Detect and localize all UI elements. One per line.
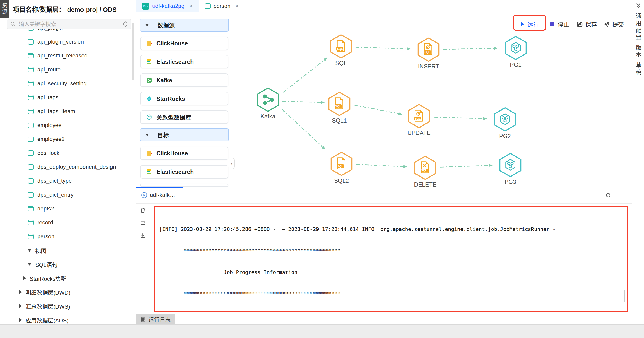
table-label: dps_deploy_component_design xyxy=(37,164,116,170)
canvas-node-pg1[interactable] xyxy=(504,35,527,60)
tree-layer-ads[interactable]: 应用数据层(ADS) xyxy=(0,313,136,324)
node-label: PG1 xyxy=(500,61,532,68)
stop-label: 停止 xyxy=(558,20,569,28)
table-icon xyxy=(28,123,34,128)
run-log-tab-label: 运行日志 xyxy=(148,315,171,324)
close-icon[interactable]: × xyxy=(189,2,192,10)
tree-layer-dws[interactable]: 汇总数据层(DWS) xyxy=(0,299,136,313)
palette-item-clickhouse[interactable]: ClickHouse xyxy=(140,37,228,50)
table-row-partial[interactable]: api_plugin xyxy=(0,29,136,35)
node-label: PG3 xyxy=(494,179,526,185)
table-row[interactable]: employee xyxy=(0,118,136,132)
node-label: SQL xyxy=(325,60,357,66)
table-row[interactable]: record xyxy=(0,216,136,230)
collapse-double-chevron-icon[interactable] xyxy=(634,3,642,9)
annotation-log-highlight: [INFO] 2023-08-29 17:20:45.286 +0800 - →… xyxy=(154,206,628,312)
table-row[interactable]: employee2 xyxy=(0,132,136,146)
table-row[interactable]: api_tags xyxy=(0,90,136,104)
palette-item-target-elasticsearch[interactable]: Elasticsearch xyxy=(140,165,228,179)
tab-label: udf-kafka2pg xyxy=(152,3,184,9)
close-icon[interactable]: × xyxy=(235,2,238,10)
table-row[interactable]: dps_deploy_component_design xyxy=(0,160,136,174)
table-label: api_route xyxy=(37,66,60,73)
play-icon xyxy=(519,21,525,27)
run-log-tab[interactable]: 运行日志 xyxy=(136,314,175,325)
table-row[interactable]: api_tags_iteam xyxy=(0,104,136,118)
caret-down-icon xyxy=(145,24,149,26)
sql-hexagon-icon xyxy=(330,151,353,176)
log-line: Job Progress Information xyxy=(159,269,627,276)
palette-item-kafka[interactable]: Kafka xyxy=(140,73,228,87)
submit-button[interactable]: 提交 xyxy=(604,20,624,28)
table-row[interactable]: api_security_setting xyxy=(0,76,136,90)
palette-item-partial[interactable] xyxy=(140,184,228,187)
tree-layer-dwd[interactable]: 明细数据层(DWD) xyxy=(0,285,136,299)
editor-tabbar: Rts udf-kafka2pg × person × xyxy=(136,0,632,12)
minimize-icon[interactable] xyxy=(618,192,625,198)
table-row[interactable]: api_route xyxy=(0,63,136,76)
resource-tree: api_plugin api_plugin_version api_restfu… xyxy=(0,29,136,324)
download-log-icon[interactable] xyxy=(140,233,146,239)
log-line: ****************************************… xyxy=(159,290,627,298)
search-input[interactable] xyxy=(18,21,122,27)
table-label: api_restful_released xyxy=(37,52,88,59)
palette-item-elasticsearch[interactable]: Elasticsearch xyxy=(140,55,228,68)
tree-group-starrocks[interactable]: StarRocks集群 xyxy=(0,271,136,285)
table-row[interactable]: dps_dict_type xyxy=(0,174,136,188)
tree-group-views[interactable]: 视图 xyxy=(0,243,136,257)
palette-item-starrocks[interactable]: StarRocks xyxy=(140,92,228,105)
sidebar-scrollbar[interactable] xyxy=(132,23,134,80)
play-circle-icon xyxy=(141,192,147,198)
save-button[interactable]: 保存 xyxy=(577,20,597,28)
rail-tab-general-config[interactable]: 通用配置 xyxy=(634,13,642,42)
palette-item-target-clickhouse[interactable]: ClickHouse xyxy=(140,146,228,160)
table-icon xyxy=(28,67,34,72)
refresh-icon[interactable] xyxy=(605,192,611,198)
tab-label: person xyxy=(214,3,230,9)
table-row[interactable]: eos_lock xyxy=(0,146,136,160)
group-label: 视图 xyxy=(35,246,46,255)
save-icon xyxy=(577,21,583,27)
canvas-node-sql[interactable] xyxy=(330,34,352,59)
table-row[interactable]: dps_dict_entry xyxy=(0,188,136,202)
table-row[interactable]: api_restful_released xyxy=(0,49,136,63)
table-row[interactable]: person xyxy=(0,230,136,243)
search-icon xyxy=(10,21,16,27)
table-row[interactable]: api_plugin_version xyxy=(0,35,136,49)
palette-section-source[interactable]: 数据源 xyxy=(140,18,229,31)
table-row[interactable]: depts2 xyxy=(0,202,136,216)
table-label: dps_dict_type xyxy=(37,178,72,184)
table-label: depts2 xyxy=(37,205,54,212)
canvas-node-update[interactable] xyxy=(407,104,430,129)
canvas-node-sql2[interactable] xyxy=(330,151,353,176)
log-scrollbar[interactable] xyxy=(624,290,626,302)
clear-log-trash-icon[interactable] xyxy=(140,207,146,213)
wrap-lines-icon[interactable] xyxy=(140,220,146,226)
canvas-node-pg2[interactable] xyxy=(494,107,517,132)
table-label: api_tags_iteam xyxy=(37,108,75,114)
table-label: dps_dict_entry xyxy=(37,192,74,198)
run-button[interactable]: 运行 xyxy=(519,20,539,28)
send-icon xyxy=(604,21,610,27)
caret-down-icon xyxy=(27,249,32,252)
canvas-node-kafka[interactable] xyxy=(256,87,280,112)
palette-item-relational-db[interactable]: 关系型数据库 xyxy=(140,110,228,124)
table-icon xyxy=(28,109,34,114)
canvas-node-pg3[interactable] xyxy=(499,153,522,178)
rail-tab-draft[interactable]: 草稿 xyxy=(634,62,642,76)
palette-collapse-handle[interactable]: ‹ xyxy=(229,158,234,169)
tree-group-sql[interactable]: SQL语句 xyxy=(0,257,136,271)
canvas-node-delete[interactable] xyxy=(414,155,437,180)
project-title: 项目名称/数据层：demo-proj / ODS xyxy=(13,5,117,14)
locate-icon[interactable] xyxy=(122,21,128,27)
canvas-node-insert[interactable] xyxy=(417,37,440,62)
canvas-node-sql1[interactable] xyxy=(328,91,351,116)
tab-person[interactable]: person × xyxy=(199,0,245,12)
table-icon xyxy=(28,29,34,30)
stop-button[interactable]: 停止 xyxy=(549,20,569,28)
rail-tab-version[interactable]: 版本 xyxy=(634,44,642,59)
right-settings-rail: 通用配置 版本 草稿 xyxy=(632,0,644,324)
palette-section-target[interactable]: 目标 xyxy=(140,128,229,141)
resource-rail-tab[interactable]: 资源 xyxy=(0,0,8,18)
tab-udf-kafka2pg[interactable]: Rts udf-kafka2pg × xyxy=(136,0,199,12)
